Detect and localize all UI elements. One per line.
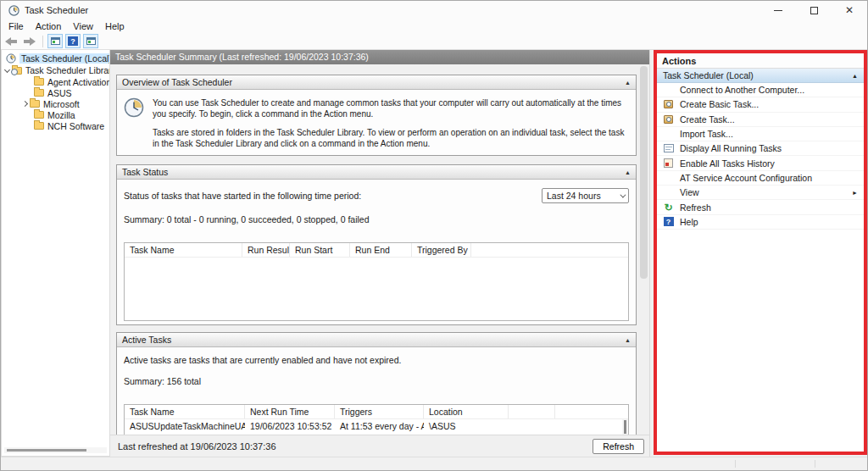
summary-vertical-scrollbar[interactable] bbox=[638, 64, 649, 435]
action-label: AT Service Account Configuration bbox=[680, 173, 812, 183]
action-label: Enable All Tasks History bbox=[680, 158, 775, 169]
action-enable-all-tasks-history[interactable]: Enable All Tasks History bbox=[657, 156, 864, 170]
create-basic-task-icon bbox=[662, 99, 675, 110]
action-import-task[interactable]: Import Task... bbox=[657, 127, 864, 141]
tree-item-nch-software[interactable]: NCH Software bbox=[2, 120, 109, 131]
collapse-arrow-icon[interactable]: ▲ bbox=[625, 169, 631, 175]
menu-file[interactable]: File bbox=[3, 19, 30, 33]
forward-arrow-icon[interactable] bbox=[23, 37, 36, 46]
overview-paragraph-2: Tasks are stored in folders in the Task … bbox=[153, 127, 627, 149]
period-label: Status of tasks that have started in the… bbox=[124, 191, 361, 201]
action-label: Create Task... bbox=[680, 114, 735, 125]
collapse-arrow-icon[interactable]: ▲ bbox=[852, 73, 858, 79]
tree-item-label: Task Scheduler Library bbox=[25, 65, 109, 75]
scrollbar-thumb[interactable] bbox=[624, 420, 626, 434]
running-tasks-icon bbox=[662, 143, 675, 154]
column-header-run-end[interactable]: Run End bbox=[350, 243, 412, 257]
action-display-all-running-tasks[interactable]: Display All Running Tasks bbox=[657, 141, 864, 156]
summary-panel: Task Scheduler Summary (Last refreshed: … bbox=[110, 50, 650, 457]
clock-icon bbox=[6, 53, 16, 64]
tree-horizontal-scrollbar[interactable] bbox=[4, 447, 107, 453]
app-clock-icon bbox=[8, 5, 19, 16]
table-row[interactable]: ASUSUpdateTaskMachineUA 19/06/2023 10:53… bbox=[125, 419, 628, 433]
tree-item-agent-activation[interactable]: Agent Activation Runt bbox=[2, 76, 109, 87]
tree-item-mozilla[interactable]: Mozilla bbox=[2, 109, 109, 120]
show-action-pane-button[interactable] bbox=[83, 34, 98, 48]
action-label: Display All Running Tasks bbox=[680, 143, 782, 153]
actions-pane-highlighted: Actions Task Scheduler (Local) ▲ Connect… bbox=[654, 50, 867, 455]
scrollbar-thumb[interactable] bbox=[640, 66, 648, 279]
action-view[interactable]: View ► bbox=[657, 186, 864, 200]
tree-item-asus[interactable]: ASUS bbox=[2, 87, 109, 98]
task-status-section: Task Status ▲ Status of tasks that have … bbox=[116, 164, 637, 325]
column-header-next-run-time[interactable]: Next Run Time bbox=[245, 405, 335, 418]
refresh-button[interactable]: Refresh bbox=[593, 439, 644, 454]
action-label: Import Task... bbox=[680, 129, 733, 139]
tree-item-label: Task Scheduler (Local) bbox=[19, 53, 109, 64]
tree-item-label: ASUS bbox=[47, 88, 72, 98]
folder-icon bbox=[34, 78, 44, 86]
task-status-table: Task Name Run Result Run Start Run End T… bbox=[124, 242, 629, 321]
task-status-section-header[interactable]: Task Status ▲ bbox=[117, 165, 636, 180]
active-tasks-description: Active tasks are tasks that are currentl… bbox=[124, 355, 629, 365]
task-scheduler-window: Task Scheduler ✕ File Action View Help ? bbox=[0, 0, 868, 471]
last-refreshed-text: Last refreshed at 19/06/2023 10:37:36 bbox=[118, 441, 276, 452]
main-area: Task Scheduler (Local) Task Scheduler Li… bbox=[1, 50, 867, 457]
column-header-triggers[interactable]: Triggers bbox=[335, 405, 424, 418]
summary-header: Task Scheduler Summary (Last refreshed: … bbox=[110, 50, 649, 64]
active-tasks-section-header[interactable]: Active Tasks ▲ bbox=[117, 333, 636, 347]
action-label: Connect to Another Computer... bbox=[680, 85, 804, 95]
action-refresh[interactable]: ↻ Refresh bbox=[657, 200, 864, 214]
back-arrow-icon[interactable] bbox=[5, 37, 18, 46]
dropdown-value: Last 24 hours bbox=[547, 191, 601, 201]
menu-action[interactable]: Action bbox=[30, 19, 68, 33]
actions-pane-title: Actions bbox=[657, 53, 864, 69]
chevron-down-icon bbox=[620, 191, 626, 197]
action-create-basic-task[interactable]: Create Basic Task... bbox=[657, 97, 864, 112]
time-period-dropdown[interactable]: Last 24 hours bbox=[542, 188, 629, 203]
column-header-task-name[interactable]: Task Name bbox=[125, 243, 242, 257]
folder-icon bbox=[34, 122, 44, 130]
close-button[interactable]: ✕ bbox=[832, 1, 867, 19]
help-icon: ? bbox=[68, 36, 78, 46]
collapse-arrow-icon[interactable]: ▲ bbox=[625, 80, 631, 86]
actions-group-label: Task Scheduler (Local) bbox=[663, 70, 754, 80]
action-pane-window-icon bbox=[86, 37, 96, 45]
help-icon: ? bbox=[662, 216, 675, 227]
scrollbar-thumb[interactable] bbox=[7, 449, 86, 452]
chevron-down-icon[interactable] bbox=[4, 66, 10, 72]
active-tasks-table: Task Name Next Run Time Triggers Locatio… bbox=[124, 404, 629, 435]
blank-icon bbox=[662, 187, 675, 198]
action-create-task[interactable]: Create Task... bbox=[657, 113, 864, 127]
column-header-task-name[interactable]: Task Name bbox=[125, 405, 245, 418]
tree-item-label: Mozilla bbox=[47, 110, 75, 120]
action-help[interactable]: ? Help bbox=[657, 215, 864, 230]
menu-view[interactable]: View bbox=[67, 19, 99, 33]
tree-item-task-scheduler-library[interactable]: Task Scheduler Library bbox=[2, 64, 109, 76]
column-header-triggered-by[interactable]: Triggered By bbox=[412, 243, 471, 257]
folder-clock-icon bbox=[12, 67, 22, 75]
column-header-run-start[interactable]: Run Start bbox=[290, 243, 350, 257]
overview-section-header[interactable]: Overview of Task Scheduler ▲ bbox=[117, 75, 636, 90]
section-title: Overview of Task Scheduler bbox=[122, 77, 232, 87]
cell-task-name: ASUSUpdateTaskMachineUA bbox=[125, 421, 245, 431]
chevron-right-icon[interactable] bbox=[22, 101, 28, 107]
column-header-run-result[interactable]: Run Result bbox=[242, 243, 290, 257]
titlebar: Task Scheduler ✕ bbox=[1, 1, 867, 19]
tree-item-task-scheduler-local[interactable]: Task Scheduler (Local) bbox=[2, 53, 109, 64]
maximize-button[interactable] bbox=[796, 1, 832, 19]
menu-help[interactable]: Help bbox=[99, 19, 131, 33]
show-console-tree-button[interactable] bbox=[47, 34, 63, 48]
blank-icon bbox=[662, 85, 675, 96]
toolbar-help-button[interactable]: ? bbox=[65, 34, 81, 48]
table-vertical-scrollbar[interactable] bbox=[622, 419, 628, 435]
actions-group-header[interactable]: Task Scheduler (Local) ▲ bbox=[657, 69, 864, 83]
column-header-location[interactable]: Location bbox=[424, 405, 509, 418]
action-at-service-account-configuration[interactable]: AT Service Account Configuration bbox=[657, 171, 864, 186]
folder-icon bbox=[30, 100, 40, 108]
cell-triggers: At 11:53 every day - Afte... bbox=[335, 421, 424, 431]
action-connect-to-another-computer[interactable]: Connect to Another Computer... bbox=[657, 83, 864, 97]
collapse-arrow-icon[interactable]: ▲ bbox=[625, 337, 631, 343]
minimize-button[interactable] bbox=[760, 1, 796, 19]
tree-item-microsoft[interactable]: Microsoft bbox=[2, 98, 109, 109]
